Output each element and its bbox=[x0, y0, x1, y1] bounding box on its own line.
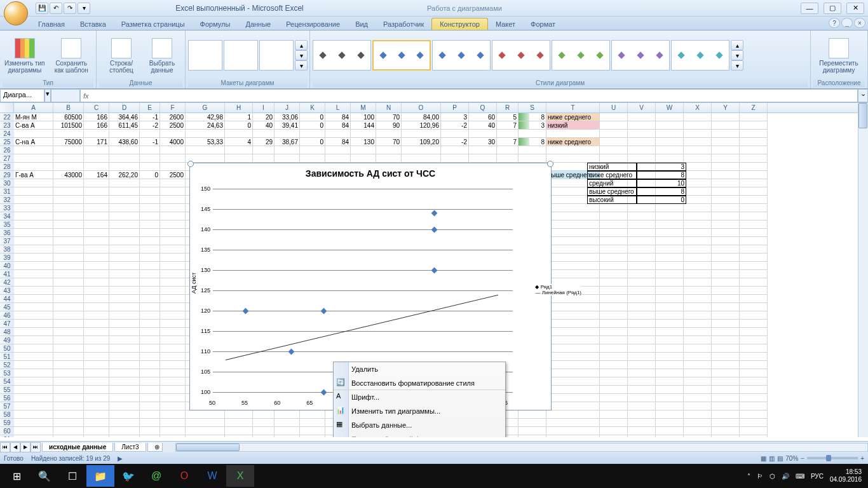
cell[interactable] bbox=[628, 394, 656, 402]
cell[interactable] bbox=[546, 229, 600, 237]
row-header[interactable]: 51 bbox=[0, 353, 14, 361]
cell[interactable] bbox=[109, 278, 140, 287]
cell[interactable] bbox=[160, 196, 186, 204]
cell[interactable] bbox=[600, 435, 628, 437]
cell[interactable] bbox=[628, 229, 656, 237]
search-button[interactable]: 🔍 bbox=[31, 465, 58, 487]
cell[interactable]: 40 bbox=[253, 121, 275, 130]
cell[interactable]: 611,45 bbox=[109, 121, 140, 130]
close-button[interactable]: ✕ bbox=[846, 3, 864, 14]
cell[interactable] bbox=[160, 187, 186, 196]
cell[interactable] bbox=[519, 427, 546, 435]
column-header[interactable]: M bbox=[351, 103, 376, 112]
cell[interactable] bbox=[740, 336, 768, 344]
column-header[interactable]: A bbox=[14, 103, 53, 112]
cell[interactable] bbox=[140, 402, 160, 410]
cell[interactable] bbox=[628, 386, 656, 394]
cell[interactable] bbox=[84, 369, 109, 377]
cell[interactable] bbox=[684, 344, 712, 353]
cell[interactable]: 171 bbox=[84, 138, 109, 146]
cell[interactable] bbox=[712, 361, 740, 369]
cell[interactable] bbox=[469, 146, 497, 154]
cell[interactable] bbox=[712, 113, 740, 121]
cell[interactable] bbox=[600, 204, 628, 212]
cell[interactable] bbox=[53, 303, 84, 311]
change-chart-type-button[interactable]: Изменить тип диаграммы bbox=[3, 36, 47, 75]
cell[interactable] bbox=[160, 229, 186, 237]
cell[interactable] bbox=[684, 419, 712, 427]
cell[interactable] bbox=[684, 138, 712, 146]
cell[interactable] bbox=[160, 270, 186, 278]
cell[interactable] bbox=[14, 254, 53, 262]
cell[interactable] bbox=[497, 130, 519, 138]
cell[interactable] bbox=[186, 435, 225, 437]
tab-view[interactable]: Вид bbox=[348, 18, 376, 30]
cell[interactable] bbox=[53, 328, 84, 336]
cell[interactable] bbox=[712, 179, 740, 187]
cell[interactable] bbox=[740, 187, 768, 196]
cell[interactable] bbox=[546, 320, 600, 328]
cell[interactable] bbox=[712, 212, 740, 220]
cell[interactable] bbox=[109, 386, 140, 394]
cell[interactable] bbox=[684, 196, 712, 204]
cell[interactable]: 70 bbox=[376, 113, 402, 121]
cell[interactable] bbox=[656, 270, 684, 278]
cell[interactable] bbox=[497, 154, 519, 163]
cell[interactable] bbox=[84, 229, 109, 237]
cell[interactable] bbox=[253, 146, 275, 154]
cell[interactable] bbox=[109, 179, 140, 187]
cell[interactable] bbox=[546, 254, 600, 262]
cell[interactable] bbox=[546, 146, 600, 154]
cell[interactable] bbox=[684, 254, 712, 262]
cell[interactable] bbox=[84, 220, 109, 229]
cell[interactable] bbox=[656, 229, 684, 237]
cell[interactable] bbox=[109, 419, 140, 427]
cell[interactable] bbox=[600, 361, 628, 369]
cell[interactable] bbox=[84, 204, 109, 212]
cell[interactable] bbox=[656, 402, 684, 410]
cell[interactable]: 0 bbox=[300, 113, 325, 121]
cell[interactable]: С-ва А bbox=[14, 121, 53, 130]
data-point[interactable] bbox=[243, 308, 249, 315]
cell[interactable] bbox=[600, 220, 628, 229]
cell[interactable] bbox=[109, 311, 140, 320]
row-header[interactable]: 53 bbox=[0, 369, 14, 377]
cell[interactable] bbox=[160, 204, 186, 212]
cell[interactable] bbox=[546, 336, 600, 344]
cell[interactable] bbox=[712, 328, 740, 336]
cell[interactable] bbox=[84, 435, 109, 437]
cell[interactable]: 438,60 bbox=[109, 138, 140, 146]
cell[interactable]: 2500 bbox=[160, 121, 186, 130]
cell[interactable]: 0 bbox=[140, 171, 160, 179]
zoom-level[interactable]: 70% bbox=[785, 455, 798, 462]
cell[interactable] bbox=[519, 130, 546, 138]
cell[interactable] bbox=[14, 196, 53, 204]
row-header[interactable]: 59 bbox=[0, 419, 14, 427]
cell[interactable] bbox=[225, 130, 253, 138]
cell[interactable] bbox=[109, 196, 140, 204]
cell[interactable] bbox=[656, 303, 684, 311]
cell[interactable] bbox=[160, 212, 186, 220]
cell[interactable] bbox=[684, 336, 712, 344]
cell[interactable] bbox=[14, 394, 53, 402]
cell[interactable] bbox=[140, 212, 160, 220]
expand-formula-bar[interactable]: ⌄ bbox=[858, 89, 868, 102]
tray-flag-icon[interactable]: 🏳 bbox=[757, 473, 763, 480]
cell[interactable] bbox=[140, 394, 160, 402]
switch-row-column-button[interactable]: Строка/столбец bbox=[99, 36, 144, 75]
first-sheet-button[interactable]: ⏮ bbox=[0, 442, 10, 452]
cell[interactable] bbox=[600, 394, 628, 402]
cell[interactable] bbox=[656, 419, 684, 427]
cell[interactable] bbox=[186, 130, 225, 138]
cell[interactable] bbox=[160, 179, 186, 187]
sheet-tab-2[interactable]: Лист3 bbox=[114, 443, 146, 452]
cell[interactable] bbox=[684, 220, 712, 229]
layout-preset-1[interactable] bbox=[188, 40, 222, 71]
cell[interactable] bbox=[325, 154, 351, 163]
data-point[interactable] bbox=[431, 227, 437, 233]
cell[interactable]: 60500 bbox=[53, 113, 84, 121]
cell[interactable] bbox=[84, 154, 109, 163]
cell[interactable] bbox=[84, 278, 109, 287]
cell[interactable] bbox=[225, 146, 253, 154]
row-header[interactable]: 41 bbox=[0, 270, 14, 278]
